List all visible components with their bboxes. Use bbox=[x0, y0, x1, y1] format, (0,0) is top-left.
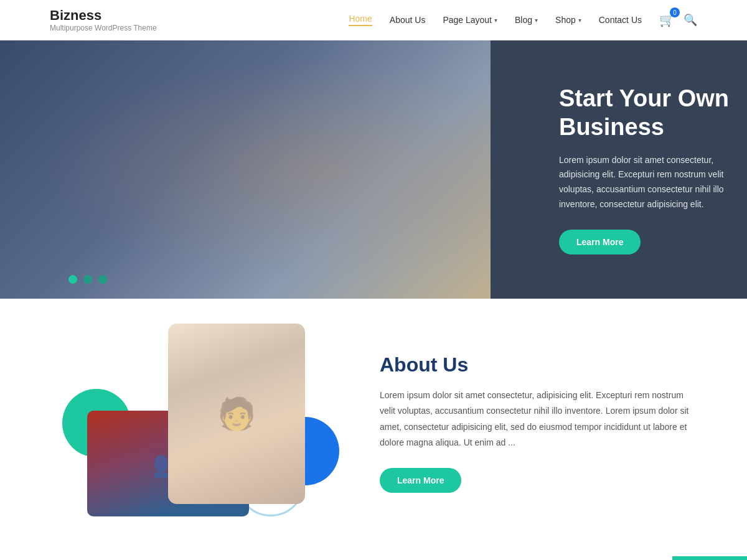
logo: Bizness Multipurpose WordPress Theme bbox=[50, 7, 157, 32]
blue-solid-semicircle-decoration bbox=[305, 417, 339, 485]
slider-dot-3[interactable] bbox=[98, 275, 107, 284]
main-nav: Home About Us Page Layout ▾ Blog ▾ Shop … bbox=[349, 12, 697, 27]
about-cta-button[interactable]: Learn More bbox=[380, 468, 461, 493]
nav-item-shop[interactable]: Shop ▾ bbox=[555, 15, 581, 25]
site-title: Bizness bbox=[50, 7, 157, 24]
slider-dots bbox=[68, 275, 107, 284]
nav-icons: 🛒 0 🔍 bbox=[659, 12, 697, 27]
hero-content: Start Your Own Business Lorem ipsum dolo… bbox=[491, 85, 747, 254]
chevron-down-icon: ▾ bbox=[578, 17, 581, 24]
nav-item-home[interactable]: Home bbox=[349, 14, 372, 26]
hero-cta-button[interactable]: Learn More bbox=[559, 230, 641, 254]
search-icon[interactable]: 🔍 bbox=[684, 13, 697, 27]
about-text: About Us Lorem ipsum dolor sit amet cons… bbox=[380, 353, 697, 493]
woman-image-content: 🧑 bbox=[168, 324, 305, 504]
cart-button[interactable]: 🛒 0 bbox=[659, 12, 675, 27]
slider-dot-1[interactable] bbox=[68, 275, 77, 284]
hero-section: Start Your Own Business Lorem ipsum dolo… bbox=[0, 40, 747, 299]
cart-badge: 0 bbox=[670, 7, 680, 17]
nav-item-about[interactable]: About Us bbox=[390, 15, 426, 25]
nav-item-blog[interactable]: Blog ▾ bbox=[515, 15, 538, 25]
hero-background bbox=[0, 40, 491, 299]
bottom-accent-bar bbox=[672, 556, 747, 560]
chevron-down-icon: ▾ bbox=[494, 17, 497, 24]
hero-description: Lorem ipsum dolor sit amet consectetur, … bbox=[559, 153, 747, 212]
nav-item-page-layout[interactable]: Page Layout ▾ bbox=[443, 15, 497, 25]
hero-title: Start Your Own Business bbox=[559, 85, 747, 141]
chevron-down-icon: ▾ bbox=[535, 17, 538, 24]
nav-item-contact[interactable]: Contact Us bbox=[599, 15, 642, 25]
slider-dot-2[interactable] bbox=[83, 275, 92, 284]
site-subtitle: Multipurpose WordPress Theme bbox=[50, 24, 157, 32]
about-title: About Us bbox=[380, 353, 697, 376]
about-description: Lorem ipsum dolor sit amet consectetur, … bbox=[380, 388, 697, 450]
header: Bizness Multipurpose WordPress Theme Hom… bbox=[0, 0, 747, 40]
about-section: 👥 🧑 About Us Lorem ipsum dolor sit amet … bbox=[0, 299, 747, 560]
woman-image: 🧑 bbox=[168, 324, 305, 504]
about-images: 👥 🧑 bbox=[50, 324, 342, 523]
